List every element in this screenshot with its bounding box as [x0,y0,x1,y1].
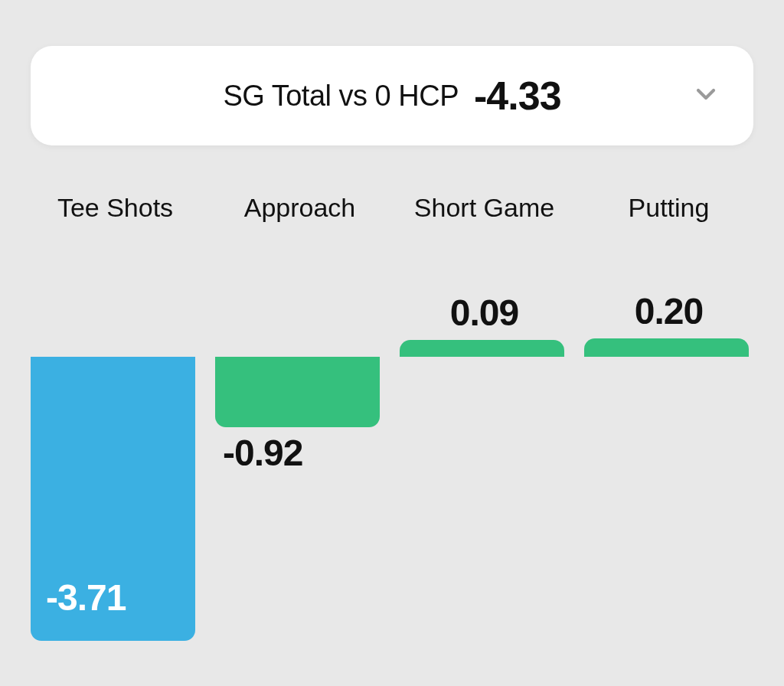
chart-column: Putting0.20 [584,188,753,655]
summary-value: -4.33 [474,73,561,119]
bar-region: -3.71 [31,227,200,655]
bar-positive [584,338,749,357]
category-label: Short Game [414,188,554,227]
bar-value-label: -0.92 [223,432,302,474]
bar-negative [215,357,380,427]
category-label: Tee Shots [57,188,173,227]
category-label: Putting [629,188,710,227]
chart-column: Tee Shots-3.71 [31,188,200,655]
category-label: Approach [244,188,356,227]
summary-label: SG Total vs 0 HCP [223,80,459,113]
chart-column: Short Game0.09 [400,188,569,655]
bar-region: 0.20 [584,227,753,655]
chart-column: Approach-0.92 [215,188,384,655]
bar-value-label: 0.09 [450,292,518,334]
chevron-down-icon [691,79,721,113]
bar-region: -0.92 [215,227,384,655]
summary-dropdown[interactable]: SG Total vs 0 HCP -4.33 [31,46,753,145]
bar-positive [400,340,564,357]
bar-value-label: -3.71 [46,577,126,619]
sg-bar-chart: Tee Shots-3.71Approach-0.92Short Game0.0… [31,188,753,655]
bar-value-label: 0.20 [635,290,703,332]
bar-region: 0.09 [400,227,569,655]
